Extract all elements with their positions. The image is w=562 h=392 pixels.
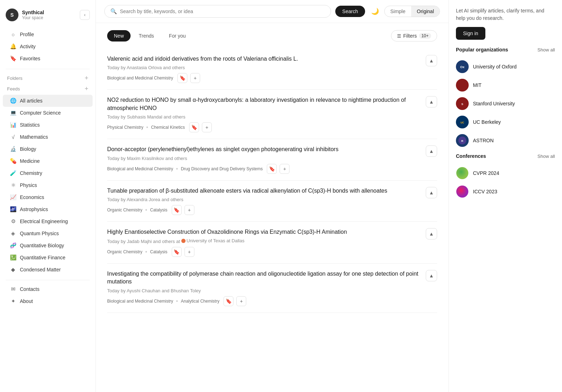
sidebar-item-electrical-engineering[interactable]: ⚙Electrical Engineering <box>3 215 93 227</box>
search-input[interactable] <box>120 9 325 14</box>
tab-trends[interactable]: Trends <box>132 30 161 42</box>
upvote-button[interactable]: ▲ <box>426 96 437 107</box>
sidebar-item-all-articles[interactable]: 🌐All articles <box>3 95 93 107</box>
search-button[interactable]: Search <box>335 6 365 17</box>
dark-mode-button[interactable]: 🌙 <box>369 6 381 17</box>
conf-name-cvpr2024: CVPR 2024 <box>473 170 499 176</box>
conferences-show-all[interactable]: Show all <box>538 154 555 159</box>
org-item-oxford[interactable]: Ox University of Oxford <box>456 57 555 76</box>
article-title[interactable]: NO2 reduction to HONO by small α-hydroxy… <box>107 96 420 112</box>
bookmark-button[interactable]: 🔖 <box>267 164 277 174</box>
sidebar-item-biology[interactable]: 🔬Biology <box>3 143 93 155</box>
view-original-button[interactable]: Original <box>411 6 440 17</box>
add-button[interactable]: + <box>280 164 290 174</box>
tag-separator: • <box>176 166 178 172</box>
upvote-button[interactable]: ▲ <box>426 145 437 157</box>
conf-name-iccv2023: ICCV 2023 <box>473 189 497 194</box>
sidebar-item-activity[interactable]: 🔔 Activity <box>3 40 93 53</box>
sidebar-item-medicine[interactable]: 💊Medicine <box>3 155 93 167</box>
org-name-stanford: Stanford University <box>473 101 515 106</box>
sidebar-item-mathematics[interactable]: √Mathematics <box>3 131 93 143</box>
sidebar-item-economics[interactable]: 📈Economics <box>3 191 93 203</box>
sidebar-item-favorites[interactable]: 🔖 Favorites <box>3 53 93 65</box>
org-item-stanford[interactable]: S Stanford University <box>456 94 555 113</box>
article-title[interactable]: Tunable preparation of β-substituted alk… <box>107 187 420 195</box>
add-button[interactable]: + <box>190 73 200 83</box>
feed-icon-electrical-engineering: ⚙ <box>10 218 16 225</box>
conf-item-iccv2023[interactable]: ICCV 2023 <box>456 182 555 201</box>
add-button[interactable]: + <box>236 296 246 306</box>
tab-for-you[interactable]: For you <box>162 30 192 42</box>
article-title[interactable]: Highly Enantioselective Construction of … <box>107 228 420 236</box>
add-feed-button[interactable]: + <box>84 85 88 92</box>
article-tag: Organic Chemistry <box>107 208 142 212</box>
add-button[interactable]: + <box>184 247 194 257</box>
feed-icon-quantitative-finance: 💹 <box>10 254 16 261</box>
bookmark-button[interactable]: 🔖 <box>172 247 182 257</box>
org-logo-mit <box>456 79 469 92</box>
view-simple-button[interactable]: Simple <box>385 6 411 17</box>
upvote-button[interactable]: ▲ <box>426 187 437 198</box>
svg-text:UC: UC <box>461 121 464 124</box>
search-container[interactable]: 🔍 <box>104 5 331 18</box>
org-item-astron[interactable]: R ASTRON <box>456 131 555 150</box>
sidebar-item-physics[interactable]: ⚛Physics <box>3 179 93 191</box>
article-title[interactable]: Donor-acceptor (perylenethienyl)ethylene… <box>107 145 420 153</box>
feed-tabs: New Trends For you <box>107 30 193 42</box>
filters-button[interactable]: ☰ Filters 10+ <box>391 30 437 42</box>
sign-in-button[interactable]: Sign in <box>456 27 485 40</box>
feed-icon-chemistry: 🧪 <box>10 170 16 176</box>
article-meta: Today by Jadab Majhi and others at Unive… <box>107 238 420 244</box>
sidebar-item-about[interactable]: ✦ About <box>3 295 93 307</box>
orgs-title: Popular organizations <box>456 47 508 53</box>
upvote-button[interactable]: ▲ <box>426 55 437 66</box>
conf-item-cvpr2024[interactable]: CVPR 2024 <box>456 164 555 182</box>
sidebar-item-quantum-physics[interactable]: ◈Quantum Physics <box>3 227 93 239</box>
article-content: Highly Enantioselective Construction of … <box>107 228 420 257</box>
article-title[interactable]: Investigating the compatibility of polym… <box>107 270 420 286</box>
org-item-uc-berkeley[interactable]: UC UC Berkeley <box>456 113 555 131</box>
conferences-title: Conferences <box>456 153 486 159</box>
user-name: Synthical <box>22 10 44 15</box>
add-button[interactable]: + <box>184 205 194 215</box>
sidebar-item-quantitative-biology[interactable]: 🧬Quantitative Biology <box>3 239 93 252</box>
sidebar-item-computer-science[interactable]: 💻Computer Science <box>3 107 93 119</box>
collapse-sidebar-button[interactable]: ‹ <box>80 10 90 20</box>
sidebar-item-astrophysics[interactable]: 🌌Astrophysics <box>3 203 93 215</box>
upvote-button[interactable]: ▲ <box>426 270 437 281</box>
add-folder-button[interactable]: + <box>84 75 88 81</box>
feed-icon-mathematics: √ <box>10 134 16 140</box>
add-button[interactable]: + <box>202 122 212 132</box>
orgs-show-all[interactable]: Show all <box>538 47 555 53</box>
bookmark-button[interactable]: 🔖 <box>224 296 233 306</box>
sidebar-item-condensed-matter[interactable]: ◆Condensed Matter <box>3 264 93 276</box>
sidebar-header: S Synthical Your space ‹ <box>0 6 95 27</box>
contacts-icon: ✉ <box>10 286 16 292</box>
sidebar-item-quantitative-finance[interactable]: 💹Quantitative Finance <box>3 252 93 264</box>
bookmark-button[interactable]: 🔖 <box>177 73 187 83</box>
article-title[interactable]: Valerenic acid and iridoid derivatives f… <box>107 55 420 63</box>
sidebar-item-contacts[interactable]: ✉ Contacts <box>3 283 93 295</box>
article-tag: Catalysis <box>150 208 167 212</box>
divider-1 <box>6 69 90 69</box>
article-tags: Organic Chemistry•Catalysis 🔖 + <box>107 247 420 257</box>
feed-icon-biology: 🔬 <box>10 146 16 152</box>
upvote-button[interactable]: ▲ <box>426 228 437 239</box>
bookmark-button[interactable]: 🔖 <box>189 122 199 132</box>
conferences-container: CVPR 2024 ICCV 2023 <box>456 164 555 201</box>
sidebar-item-statistics[interactable]: 📊Statistics <box>3 119 93 131</box>
orgs-container: Ox University of Oxford MIT S Stanford U… <box>456 57 555 150</box>
svg-rect-3 <box>461 82 462 87</box>
article-tags: Biological and Medicinal Chemistry 🔖 + <box>107 73 420 83</box>
table-row: NO2 reduction to HONO by small α-hydroxy… <box>107 90 437 139</box>
tab-new[interactable]: New <box>107 30 131 42</box>
bookmark-button[interactable]: 🔖 <box>172 205 182 215</box>
org-name-mit: MIT <box>473 82 481 88</box>
org-item-mit[interactable]: MIT <box>456 76 555 94</box>
article-tags: Physical Chemistry•Chemical Kinetics 🔖 + <box>107 122 420 132</box>
filter-icon: ☰ <box>397 33 401 39</box>
article-content: Investigating the compatibility of polym… <box>107 270 420 306</box>
activity-icon: 🔔 <box>10 43 16 50</box>
sidebar-item-chemistry[interactable]: 🧪Chemistry <box>3 167 93 179</box>
sidebar-item-profile[interactable]: ○ Profile <box>3 28 93 40</box>
